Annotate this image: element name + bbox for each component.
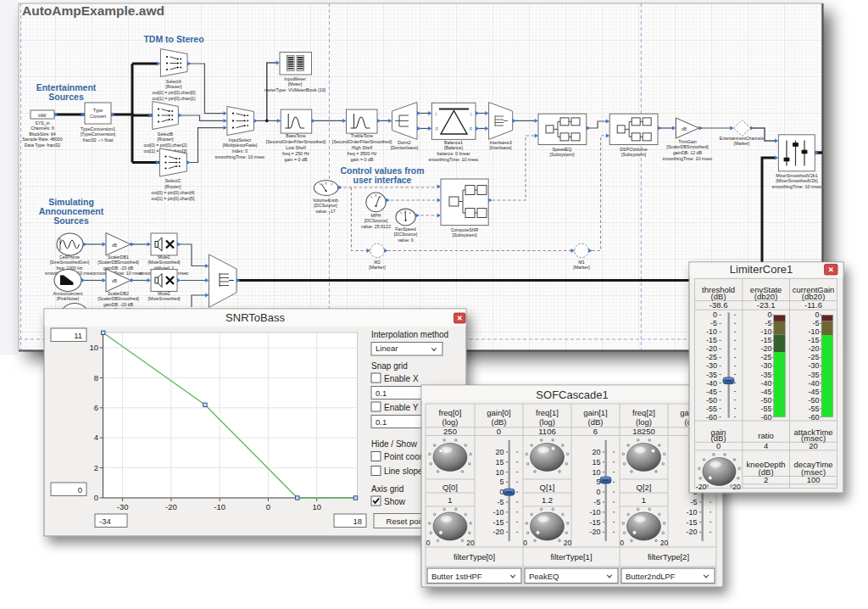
svg-text:[PinkNoise]: [PinkNoise] [57,296,80,301]
svg-text:0: 0 [596,488,600,496]
svg-text:dB: dB [682,126,687,131]
svg-text:20: 20 [466,539,475,547]
svg-text:filterType[2]: filterType[2] [648,552,689,562]
svg-text:gain[0]: gain[0] [487,408,511,417]
svg-text:-34: -34 [99,517,111,526]
svg-text:SelectA: SelectA [166,79,182,84]
svg-text:gain[1]: gain[1] [583,408,608,417]
svg-text:[MixerSmoothedV2b]: [MixerSmoothedV2b] [776,178,818,183]
svg-text:-50: -50 [706,396,717,405]
svg-text:dB: dB [112,243,118,248]
svg-text:freq[1]: freq[1] [536,408,559,417]
svg-text:SOFCascade1: SOFCascade1 [536,388,608,401]
svg-text:-15: -15 [706,336,717,344]
svg-text:1.2: 1.2 [542,495,553,505]
svg-text:Snap grid: Snap grid [371,361,408,371]
svg-text:-45: -45 [760,388,771,396]
svg-text:BassTone: BassTone [286,133,305,138]
svg-text:[Subsystem]: [Subsystem] [621,152,647,157]
svg-text:Sample Rate: 48000: Sample Rate: 48000 [22,137,62,142]
svg-text:index: 0: index: 0 [232,148,248,154]
svg-text:Interleave3: Interleave3 [489,140,511,145]
svg-text:-60: -60 [706,413,717,422]
svg-text:Axis grid: Axis grid [371,484,403,494]
svg-text:[Router]: [Router] [158,137,174,142]
svg-text:-30: -30 [117,502,129,511]
svg-text:VolumeKnob: VolumeKnob [313,198,338,203]
svg-text:out[1] = pin[0].chan[5]: out[1] = pin[0].chan[5] [151,196,195,201]
svg-text:FanSpeed: FanSpeed [395,226,415,232]
svg-text:smoothingTime: 10 msec: smoothingTime: 10 msec [429,157,479,162]
svg-text:user interface: user interface [353,175,412,185]
svg-text:[Router]: [Router] [165,184,181,189]
svg-text:InputSelect: InputSelect [229,137,252,142]
svg-text:SYS_in: SYS_in [35,120,49,126]
svg-text:balance: 0 linear: balance: 0 linear [437,151,470,156]
svg-text:[Meter]: [Meter] [288,81,303,87]
svg-text:-35: -35 [808,371,819,379]
svg-text:-15: -15 [760,336,771,344]
svg-text:value: 25.9122: value: 25.9122 [361,224,391,229]
svg-text:-30: -30 [706,361,717,370]
svg-text:gainDB: 12 dB: gainDB: 12 dB [673,150,703,155]
svg-text:Line slopes: Line slopes [384,467,427,476]
svg-text:-10: -10 [760,327,771,336]
svg-text:[Router]: [Router] [166,84,182,89]
svg-text:-55: -55 [706,405,717,413]
svg-text:-10: -10 [808,327,819,336]
svg-text:-50: -50 [760,396,771,405]
svg-text:-45: -45 [808,388,819,396]
svg-text:[DCSource]: [DCSource] [364,218,388,223]
svg-text:2: 2 [764,475,768,484]
svg-text:0: 0 [266,502,270,511]
svg-text:-5: -5 [812,319,819,327]
svg-text:-5: -5 [497,498,504,506]
svg-text:out[0] = pin[0].chan[2]: out[0] = pin[0].chan[2] [143,142,187,148]
svg-text:gain = 0 dB: gain = 0 dB [351,157,374,162]
svg-text:-55: -55 [760,405,771,413]
svg-text:-5: -5 [765,319,771,327]
svg-text:-5: -5 [710,319,717,327]
svg-text:-20: -20 [808,344,819,353]
svg-text:Sources: Sources [48,92,84,102]
svg-text:[Marker]: [Marker] [734,141,750,146]
svg-text:Q[2]: Q[2] [637,483,652,492]
svg-text:20: 20 [660,539,669,547]
svg-text:1106: 1106 [538,427,555,436]
svg-text:4: 4 [94,433,98,442]
svg-text:Enable X: Enable X [384,374,419,383]
svg-text:-20: -20 [760,344,771,353]
svg-text:[SecondOrderFilterSmoothed]: [SecondOrderFilterSmoothed] [266,139,326,144]
svg-text:18: 18 [353,517,362,526]
svg-text:freq = 3500 Hz: freq = 3500 Hz [348,151,377,156]
svg-text:-20: -20 [686,528,697,536]
svg-text:-15: -15 [686,518,697,527]
svg-text:value: -17: value: -17 [315,209,335,214]
svg-text:ScalerDB2: ScalerDB2 [108,291,129,296]
svg-text:TDM to Stereo: TDM to Stereo [143,34,203,44]
svg-text:15: 15 [495,458,504,467]
svg-text:freq[2]: freq[2] [632,408,655,417]
svg-text:20: 20 [495,448,504,456]
svg-text:EntertainmentChannels: EntertainmentChannels [720,136,765,141]
svg-text:0: 0 [716,441,721,450]
svg-text:2: 2 [94,463,98,472]
svg-text:-15: -15 [492,518,504,527]
svg-text:-25: -25 [808,353,819,361]
svg-text:[Marker]: [Marker] [369,265,386,270]
svg-text:gainDB: -20 dB: gainDB: -20 dB [103,302,134,307]
svg-text:ComputeSNR: ComputeSNR [451,227,479,232]
svg-text:[DCSource]: [DCSource] [394,232,418,237]
svg-text:[TypeConversion]: [TypeConversion] [81,131,116,137]
svg-text:Q[0]: Q[0] [442,483,458,492]
svg-text:smoothingTime: 10 msec: smoothingTime: 10 msec [663,156,713,161]
svg-text:-45: -45 [706,388,717,396]
svg-text:out[1] = pin[0].chan[1]: out[1] = pin[0].chan[1] [152,96,196,101]
svg-text:0: 0 [94,493,98,502]
svg-text:100: 100 [807,475,821,484]
svg-text:[MuteSmoothed]: [MuteSmoothed] [147,296,181,301]
svg-text:Butter2ndLPF: Butter2ndLPF [626,572,676,581]
svg-text:SpeedEQ: SpeedEQ [553,147,572,152]
svg-text:Type: Type [93,108,103,113]
svg-text:Interpolation method: Interpolation method [371,330,448,339]
